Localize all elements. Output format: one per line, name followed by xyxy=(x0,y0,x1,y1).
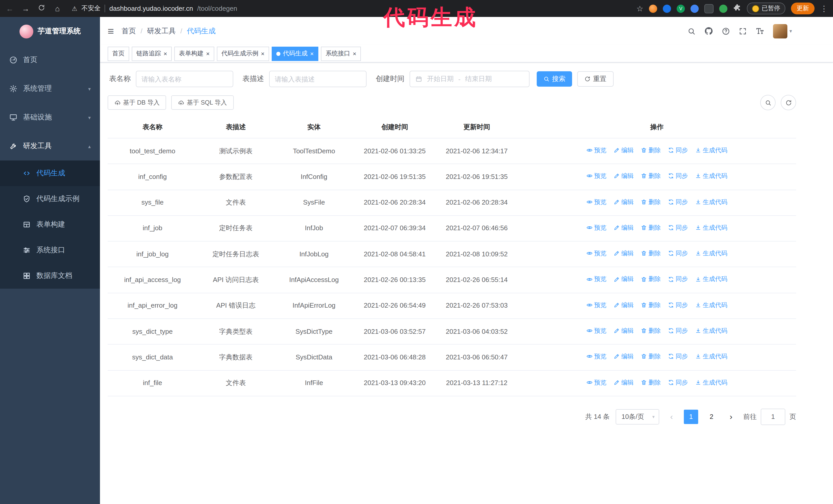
extensions-puzzle-icon[interactable] xyxy=(733,4,741,13)
sidebar-subitem-db-docs[interactable]: 数据库文档 xyxy=(0,263,100,289)
search-icon[interactable] xyxy=(687,27,696,35)
help-icon[interactable] xyxy=(722,27,730,35)
address-bar[interactable]: ⚠ 不安全 dashboard.yudao.iocoder.cn/tool/co… xyxy=(72,4,237,13)
close-icon[interactable]: × xyxy=(164,50,167,57)
action-eye-link[interactable]: 预览 xyxy=(587,300,606,310)
action-eye-link[interactable]: 预览 xyxy=(587,222,606,233)
import-sql-button[interactable]: 基于 SQL 导入 xyxy=(171,95,234,110)
extension-icon-capture[interactable] xyxy=(704,4,714,13)
action-eye-link[interactable]: 预览 xyxy=(587,171,606,182)
tab-codegen-example[interactable]: 代码生成示例× xyxy=(217,46,269,61)
browser-reload-icon[interactable] xyxy=(37,4,46,13)
action-sync-link[interactable]: 同步 xyxy=(668,377,688,388)
reset-button[interactable]: 重置 xyxy=(577,71,614,87)
action-edit-link[interactable]: 编辑 xyxy=(614,352,634,362)
table-desc-input[interactable] xyxy=(269,71,366,87)
action-sync-link[interactable]: 同步 xyxy=(668,145,688,155)
action-delete-link[interactable]: 删除 xyxy=(641,274,661,285)
sidebar-subitem-system-api[interactable]: 系统接口 xyxy=(0,237,100,263)
action-download-link[interactable]: 生成代码 xyxy=(695,248,728,259)
action-edit-link[interactable]: 编辑 xyxy=(614,274,634,285)
action-delete-link[interactable]: 删除 xyxy=(641,248,661,259)
security-label[interactable]: 不安全 xyxy=(81,4,101,13)
browser-home-icon[interactable]: ⌂ xyxy=(53,4,62,13)
sidebar-item-infrastructure[interactable]: 基础设施 ▾ xyxy=(0,103,100,132)
action-download-link[interactable]: 生成代码 xyxy=(695,274,728,285)
user-avatar[interactable]: ▾ xyxy=(773,24,792,38)
page-1-button[interactable]: 1 xyxy=(684,410,698,424)
browser-menu-icon[interactable]: ⋮ xyxy=(820,4,828,13)
action-sync-link[interactable]: 同步 xyxy=(668,352,688,362)
action-eye-link[interactable]: 预览 xyxy=(587,197,606,207)
action-eye-link[interactable]: 预览 xyxy=(587,274,606,285)
action-edit-link[interactable]: 编辑 xyxy=(614,222,634,233)
next-page-button[interactable]: › xyxy=(725,410,737,424)
action-edit-link[interactable]: 编辑 xyxy=(614,300,634,310)
page-2-button[interactable]: 2 xyxy=(704,410,719,424)
action-edit-link[interactable]: 编辑 xyxy=(614,248,634,259)
extension-icon-drop[interactable] xyxy=(663,4,671,13)
action-delete-link[interactable]: 删除 xyxy=(641,145,661,155)
action-eye-link[interactable]: 预览 xyxy=(587,352,606,362)
tab-form-builder[interactable]: 表单构建× xyxy=(174,46,214,61)
action-download-link[interactable]: 生成代码 xyxy=(695,222,728,233)
action-sync-link[interactable]: 同步 xyxy=(668,197,688,207)
action-delete-link[interactable]: 删除 xyxy=(641,222,661,233)
github-icon[interactable] xyxy=(704,27,713,35)
sidebar-toggle-icon[interactable]: ≡ xyxy=(108,26,114,37)
action-sync-link[interactable]: 同步 xyxy=(668,222,688,233)
browser-update-button[interactable]: 更新 xyxy=(791,3,814,14)
tab-home[interactable]: 首页 xyxy=(108,46,129,61)
close-icon[interactable]: × xyxy=(206,50,210,57)
action-edit-link[interactable]: 编辑 xyxy=(614,171,634,182)
action-delete-link[interactable]: 删除 xyxy=(641,300,661,310)
extension-icon-v[interactable]: V xyxy=(677,4,685,13)
action-edit-link[interactable]: 编辑 xyxy=(614,145,634,155)
close-icon[interactable]: × xyxy=(261,50,264,57)
action-delete-link[interactable]: 删除 xyxy=(641,171,661,182)
search-toggle-button[interactable] xyxy=(760,95,776,110)
action-delete-link[interactable]: 删除 xyxy=(641,377,661,388)
action-delete-link[interactable]: 删除 xyxy=(641,326,661,336)
action-edit-link[interactable]: 编辑 xyxy=(614,197,634,207)
action-download-link[interactable]: 生成代码 xyxy=(695,326,728,336)
sidebar-item-system-management[interactable]: 系统管理 ▾ xyxy=(0,74,100,103)
action-eye-link[interactable]: 预览 xyxy=(587,326,606,336)
tab-tracing[interactable]: 链路追踪× xyxy=(132,46,172,61)
tab-system-api[interactable]: 系统接口× xyxy=(321,46,361,61)
action-download-link[interactable]: 生成代码 xyxy=(695,197,728,207)
action-delete-link[interactable]: 删除 xyxy=(641,352,661,362)
action-download-link[interactable]: 生成代码 xyxy=(695,171,728,182)
sidebar-subitem-form-builder[interactable]: 表单构建 xyxy=(0,212,100,237)
paused-badge[interactable]: 已暂停 xyxy=(747,3,785,14)
action-eye-link[interactable]: 预览 xyxy=(587,145,606,155)
action-edit-link[interactable]: 编辑 xyxy=(614,326,634,336)
sidebar-subitem-codegen-example[interactable]: 代码生成示例 xyxy=(0,186,100,212)
action-download-link[interactable]: 生成代码 xyxy=(695,300,728,310)
sidebar-subitem-codegen[interactable]: 代码生成 xyxy=(0,161,100,186)
sidebar-item-dev-tools[interactable]: 研发工具 ▴ xyxy=(0,132,100,161)
action-sync-link[interactable]: 同步 xyxy=(668,248,688,259)
import-db-button[interactable]: 基于 DB 导入 xyxy=(108,95,166,110)
action-eye-link[interactable]: 预览 xyxy=(587,377,606,388)
font-size-icon[interactable] xyxy=(756,27,764,35)
action-download-link[interactable]: 生成代码 xyxy=(695,352,728,362)
date-range-picker[interactable]: 开始日期 - 结束日期 xyxy=(410,71,529,87)
action-sync-link[interactable]: 同步 xyxy=(668,300,688,310)
extension-icon-fox[interactable] xyxy=(649,4,657,13)
table-name-input[interactable] xyxy=(136,71,233,87)
action-edit-link[interactable]: 编辑 xyxy=(614,377,634,388)
action-delete-link[interactable]: 删除 xyxy=(641,197,661,207)
action-download-link[interactable]: 生成代码 xyxy=(695,145,728,155)
page-size-select[interactable]: 10条/页 ▾ xyxy=(616,409,659,425)
fullscreen-icon[interactable] xyxy=(739,27,747,35)
bookmark-star-icon[interactable]: ☆ xyxy=(636,4,643,13)
breadcrumb-home[interactable]: 首页 xyxy=(122,26,136,35)
close-icon[interactable]: × xyxy=(310,50,314,57)
goto-page-input[interactable] xyxy=(761,409,785,425)
action-sync-link[interactable]: 同步 xyxy=(668,274,688,285)
action-eye-link[interactable]: 预览 xyxy=(587,248,606,259)
extension-icon-leaf[interactable] xyxy=(719,4,728,13)
browser-back-icon[interactable]: ← xyxy=(5,4,14,13)
close-icon[interactable]: × xyxy=(353,50,356,57)
